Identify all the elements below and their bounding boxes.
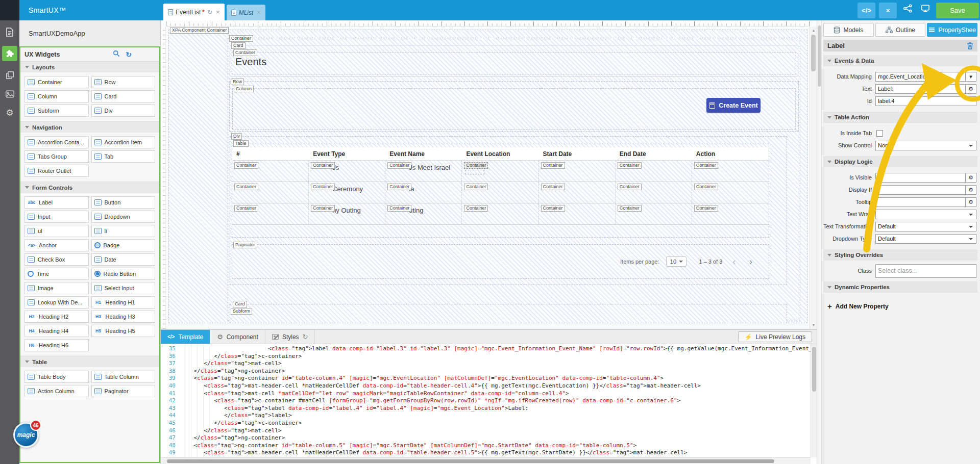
widget-row[interactable]: Row: [91, 76, 156, 88]
widget-date[interactable]: Date: [91, 253, 156, 266]
is-inside-tab-checkbox[interactable]: [876, 130, 883, 137]
container-chip[interactable]: Container: [694, 162, 718, 169]
events-card-container[interactable]: [232, 52, 796, 74]
table-cell[interactable]: Containerny Outing: [309, 203, 385, 224]
widget-time[interactable]: Time: [24, 268, 89, 280]
container-chip[interactable]: Container: [234, 184, 258, 190]
column-header-event-type[interactable]: Event Type: [309, 147, 385, 160]
container-chip[interactable]: Container: [311, 205, 335, 212]
container-chip[interactable]: Container: [464, 205, 488, 212]
widget-tabs-group[interactable]: Tabs Group: [24, 150, 89, 163]
device-preview-icon[interactable]: [918, 3, 933, 18]
tooltip-gear-button[interactable]: ⚙: [966, 197, 976, 207]
container-chip[interactable]: Container: [311, 162, 335, 169]
text-input[interactable]: Label:: [875, 84, 966, 94]
div-chip[interactable]: Div: [231, 133, 242, 140]
close-tab-icon[interactable]: ×: [257, 9, 261, 16]
close-view-button[interactable]: ×: [879, 3, 897, 18]
widget-router-outlet[interactable]: Router Outlet: [24, 165, 89, 177]
scrollbar-thumb[interactable]: [818, 25, 821, 87]
container-chip[interactable]: Container: [541, 162, 565, 169]
panel-section-display-logic[interactable]: Display Logic: [823, 156, 977, 167]
create-event-button[interactable]: Create Event: [706, 98, 761, 113]
text-wrap-select[interactable]: [875, 210, 976, 219]
document-tab-mlist[interactable]: MList×: [227, 5, 265, 20]
table-cell[interactable]: Container: [539, 161, 616, 182]
panel-section-table-action[interactable]: Table Action: [823, 112, 977, 123]
widget-select-input[interactable]: Select Input: [91, 282, 156, 294]
container-chip[interactable]: Container: [234, 205, 258, 212]
table-cell[interactable]: Container: [462, 161, 538, 182]
table-cell[interactable]: ContainerJs Meet Israel: [385, 161, 462, 182]
table-chip[interactable]: Table: [233, 140, 249, 147]
panel-section-events-data[interactable]: Events & Data: [823, 55, 977, 66]
scroll-down-icon[interactable]: ▼: [810, 322, 817, 328]
refresh-icon[interactable]: ↻: [126, 50, 132, 59]
container-chip[interactable]: Container: [387, 205, 411, 212]
is-visible-gear-button[interactable]: ⚙: [966, 173, 976, 183]
column-chip[interactable]: Column: [234, 86, 254, 92]
widget-radio-button[interactable]: Radio Button: [91, 268, 156, 280]
table-cell[interactable]: ContainerJs: [309, 161, 385, 182]
table-cell[interactable]: Container: [616, 182, 692, 203]
app-name[interactable]: SmartUXDemoApp: [19, 20, 160, 46]
widget-badge[interactable]: Badge: [91, 239, 156, 251]
table-cell[interactable]: Container: [232, 182, 309, 203]
widget-anchor[interactable]: <a>Anchor: [24, 239, 89, 251]
subform-chip[interactable]: Subform: [231, 308, 252, 315]
widgets-puzzle-icon[interactable]: [2, 46, 17, 61]
column-header-[interactable]: #: [232, 147, 309, 160]
document-icon[interactable]: [5, 27, 15, 37]
display-if-input[interactable]: [875, 185, 966, 195]
table-cell[interactable]: Container: [692, 203, 769, 224]
xpa-container-chip[interactable]: XPA Component Container: [170, 27, 229, 34]
widget-accordion-conta[interactable]: Accordion Conta...: [24, 136, 89, 148]
widget-image[interactable]: Image: [24, 282, 89, 294]
container-chip[interactable]: Container: [387, 162, 411, 169]
search-icon[interactable]: [113, 50, 120, 59]
widget-heading-h2[interactable]: H2Heading H2: [24, 311, 89, 323]
tab-propertysheet[interactable]: PropertyShee: [927, 23, 977, 37]
next-page-icon[interactable]: ›: [746, 256, 755, 267]
code-horizontal-scrollbar[interactable]: [161, 457, 811, 464]
trash-icon[interactable]: [967, 42, 973, 49]
container-chip[interactable]: Container: [694, 184, 718, 190]
media-icon[interactable]: [5, 89, 15, 99]
widget-ul[interactable]: ul: [24, 225, 89, 237]
widget-label[interactable]: abcLabel: [24, 196, 89, 209]
display-if-gear-button[interactable]: ⚙: [966, 185, 976, 195]
table-cell[interactable]: Container: [232, 161, 309, 182]
section-header-layouts[interactable]: Layouts: [20, 61, 159, 72]
panel-section-styling-overrides[interactable]: Styling Overrides: [823, 249, 977, 261]
refresh-icon[interactable]: ↻: [303, 333, 308, 341]
section-header-table[interactable]: Table: [20, 356, 159, 367]
widget-container[interactable]: Container: [24, 76, 89, 88]
scrollbar-thumb[interactable]: [811, 35, 816, 71]
widget-action-column[interactable]: Action Column: [24, 385, 89, 397]
table-cell[interactable]: Containeria: [385, 182, 462, 203]
widget-tab[interactable]: Tab: [91, 150, 156, 163]
add-new-property-button[interactable]: +Add New Property: [827, 302, 976, 311]
tab-component[interactable]: ⚙ Component: [210, 330, 265, 344]
widget-accordion-item[interactable]: Accordion Item: [91, 136, 156, 148]
container-chip[interactable]: Container: [618, 162, 642, 169]
widget-div[interactable]: Div: [91, 105, 156, 117]
panel-scrollbar[interactable]: [817, 20, 822, 464]
tab-models[interactable]: Models: [823, 23, 874, 37]
widget-input[interactable]: Input: [24, 211, 89, 223]
table-cell[interactable]: Container: [692, 182, 769, 203]
section-header-form-controls[interactable]: Form Controls: [20, 182, 159, 193]
widget-heading-h5[interactable]: H5Heading H5: [91, 325, 156, 337]
widget-card[interactable]: Card: [91, 90, 156, 102]
close-tab-icon[interactable]: ×: [216, 8, 220, 16]
tab-styles[interactable]: Styles ↻: [265, 330, 315, 344]
tooltip-input[interactable]: [875, 197, 966, 207]
widget-lookup-with-de[interactable]: Lookup With De...: [24, 296, 89, 308]
column-header-event-location[interactable]: Event Location: [462, 147, 538, 160]
widget-button[interactable]: Button: [91, 196, 156, 209]
container-chip[interactable]: Container: [541, 184, 565, 190]
column-header-start-date[interactable]: Start Date: [539, 147, 616, 160]
widget-column[interactable]: Column: [24, 90, 89, 102]
canvas-scrollbar[interactable]: ▲ ▼: [810, 27, 817, 329]
share-icon[interactable]: [900, 3, 915, 18]
